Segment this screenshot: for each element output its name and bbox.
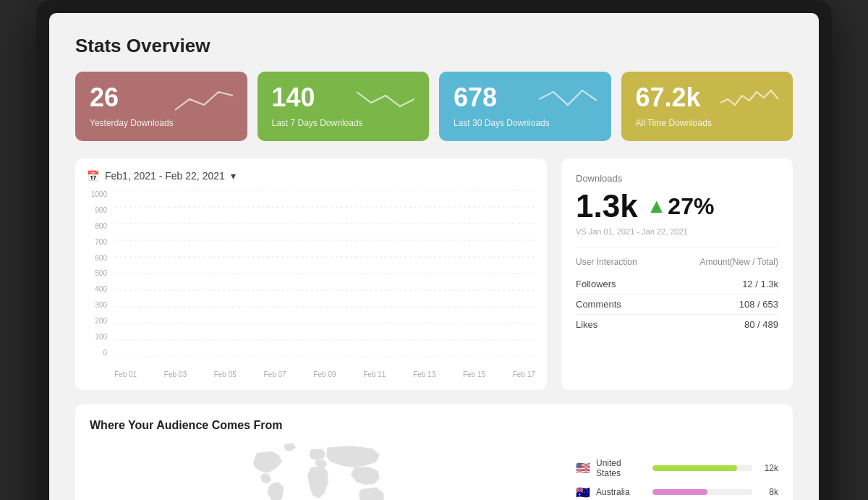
x-label: Feb 11 — [363, 370, 386, 378]
divider — [576, 247, 778, 248]
laptop-frame: Stats Overview 26 Yesterday Downloads 14… — [36, 0, 832, 500]
stat-card-label-1: Last 7 Days Downloads — [272, 118, 415, 128]
calendar-icon: 📅 — [87, 170, 99, 182]
date-picker[interactable]: 📅 Feb1, 2021 - Feb 22, 2021 ▾ — [87, 170, 535, 182]
stat-card-1: 140 Last 7 Days Downloads — [258, 72, 430, 141]
y-label: 500 — [87, 269, 107, 277]
chevron-down-icon: ▾ — [231, 170, 236, 182]
y-label: 700 — [87, 238, 107, 246]
interaction-row-label: Likes — [576, 319, 597, 330]
country-name: Australia — [596, 487, 647, 497]
country-name: United States — [596, 458, 647, 478]
stat-card-3: 67.2k All Time Downloads — [621, 72, 793, 141]
audience-content: 🇺🇸 United States 12k 🇦🇺 Australia 8k — [90, 442, 778, 500]
amount-col-header: Amount(New / Total) — [700, 257, 779, 267]
interaction-row-label: Comments — [576, 299, 621, 310]
audience-section: Where Your Audience Comes From — [75, 404, 793, 500]
interaction-rows: Followers 12 / 1.3k Comments 108 / 653 L… — [576, 274, 778, 334]
country-count: 12k — [758, 463, 778, 473]
country-count: 8k — [758, 487, 778, 497]
interaction-row: Followers 12 / 1.3k — [576, 274, 778, 295]
x-label: Feb 03 — [164, 370, 187, 378]
x-label: Feb 13 — [413, 370, 435, 378]
interaction-row: Comments 108 / 653 — [576, 295, 778, 315]
chart-section: 📅 Feb1, 2021 - Feb 22, 2021 ▾ 1000900800… — [75, 158, 547, 390]
stat-card-top-2: 678 — [454, 85, 597, 114]
pct-value: 27% — [668, 193, 714, 220]
stat-card-number-0: 26 — [90, 85, 119, 111]
y-label: 100 — [87, 333, 107, 341]
downloads-big-row: 1.3k ▲ 27% — [576, 188, 778, 224]
stat-card-number-1: 140 — [272, 85, 315, 111]
chart-y-labels: 10009008007006005004003002001000 — [87, 190, 110, 357]
stat-card-2: 678 Last 30 Days Downloads — [439, 72, 611, 141]
interaction-header: User Interaction Amount(New / Total) — [576, 257, 778, 267]
y-label: 300 — [87, 301, 107, 309]
country-flag: 🇺🇸 — [576, 461, 590, 475]
stat-card-top-1: 140 — [272, 85, 415, 114]
stat-card-label-3: All Time Downloads — [636, 118, 779, 128]
stat-card-0: 26 Yesterday Downloads — [75, 72, 247, 141]
chart-canvas — [114, 190, 535, 357]
bar-track — [652, 489, 752, 495]
y-label: 600 — [87, 254, 107, 262]
bar-track — [652, 465, 752, 471]
stat-card-top-0: 26 — [90, 85, 233, 114]
y-label: 1000 — [87, 190, 107, 198]
bar-fill — [652, 489, 707, 495]
y-label: 800 — [87, 222, 107, 230]
chart-area: 10009008007006005004003002001000 — [87, 190, 535, 378]
arrow-up-icon: ▲ — [647, 195, 667, 218]
screen: Stats Overview 26 Yesterday Downloads 14… — [49, 13, 819, 500]
x-label: Feb 17 — [513, 370, 535, 378]
date-range-label: Feb1, 2021 - Feb 22, 2021 — [105, 170, 225, 182]
stat-card-number-3: 67.2k — [636, 85, 701, 111]
sparkline-0 — [175, 85, 233, 114]
interaction-row-amount: 80 / 489 — [744, 319, 778, 330]
downloads-label: Downloads — [576, 173, 778, 184]
page-title: Stats Overview — [75, 35, 793, 57]
country-bars: 🇺🇸 United States 12k 🇦🇺 Australia 8k — [576, 458, 778, 499]
country-row: 🇺🇸 United States 12k — [576, 458, 778, 478]
chart-x-labels: Feb 01Feb 03Feb 05Feb 07Feb 09Feb 11Feb … — [114, 361, 535, 378]
downloads-pct: ▲ 27% — [647, 193, 715, 220]
country-row: 🇦🇺 Australia 8k — [576, 486, 778, 499]
interaction-row-label: Followers — [576, 279, 616, 289]
y-label: 200 — [87, 317, 107, 325]
audience-title: Where Your Audience Comes From — [90, 419, 778, 432]
x-label: Feb 09 — [313, 370, 336, 378]
stat-card-label-2: Last 30 Days Downloads — [454, 118, 597, 128]
stat-cards-row: 26 Yesterday Downloads 140 Last 7 Days D… — [75, 72, 793, 141]
downloads-number: 1.3k — [576, 188, 638, 224]
world-map — [90, 442, 561, 500]
y-label: 900 — [87, 206, 107, 214]
country-flag: 🇦🇺 — [576, 486, 590, 499]
main-content: 📅 Feb1, 2021 - Feb 22, 2021 ▾ 1000900800… — [75, 158, 793, 390]
sparkline-2 — [539, 85, 597, 114]
x-label: Feb 01 — [114, 370, 137, 378]
x-label: Feb 05 — [214, 370, 237, 378]
interaction-row-amount: 108 / 653 — [739, 299, 778, 310]
interaction-row: Likes 80 / 489 — [576, 315, 778, 334]
sparkline-3 — [720, 85, 778, 114]
y-label: 400 — [87, 285, 107, 293]
stat-card-top-3: 67.2k — [636, 85, 779, 114]
interaction-col-header: User Interaction — [576, 257, 637, 267]
x-label: Feb 15 — [463, 370, 485, 378]
stats-panel: Downloads 1.3k ▲ 27% VS Jan 01, 2021 - J… — [561, 158, 793, 390]
bar-fill — [652, 465, 737, 471]
interaction-row-amount: 12 / 1.3k — [742, 279, 778, 289]
vs-label: VS Jan 01, 2021 - Jan 22, 2021 — [576, 227, 778, 236]
y-label: 0 — [87, 349, 107, 357]
x-label: Feb 07 — [264, 370, 286, 378]
stat-card-number-2: 678 — [454, 85, 497, 111]
stat-card-label-0: Yesterday Downloads — [90, 118, 233, 128]
sparkline-1 — [357, 85, 414, 114]
